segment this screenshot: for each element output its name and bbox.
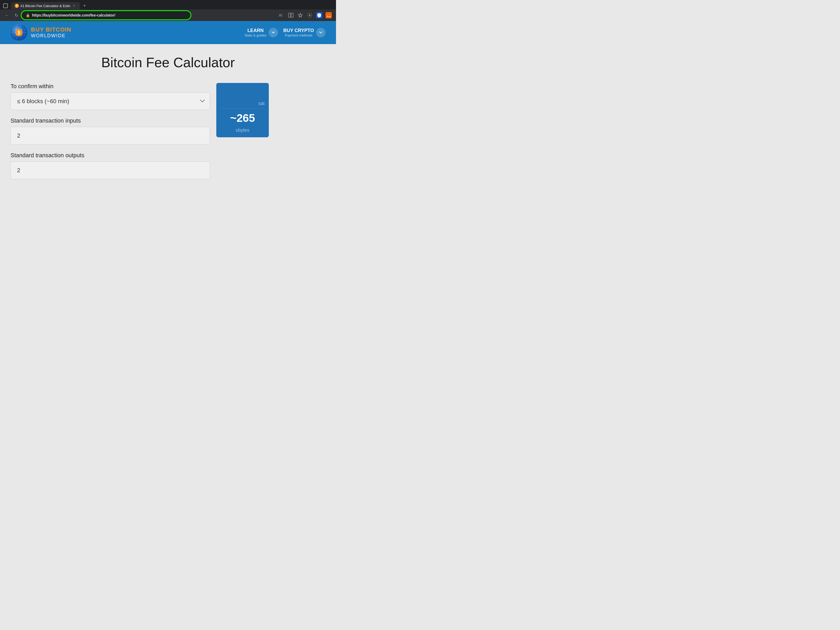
- result-panel-top: [216, 83, 269, 96]
- logo-worldwide: WORLDWIDE: [31, 33, 71, 39]
- logo-globe: ₿: [11, 24, 27, 41]
- address-bar-row: ← ↻ 🔒 https://buybitcoinworldwide.com/fe…: [0, 9, 336, 21]
- immersive-reader-button[interactable]: [287, 11, 295, 19]
- logo-area[interactable]: ₿ BUY BITCOIN WORLDWIDE: [11, 24, 71, 41]
- page-title: Bitcoin Fee Calculator: [11, 55, 325, 70]
- tab-close-button[interactable]: ×: [72, 4, 76, 8]
- tab-favicon: ₿: [15, 4, 19, 8]
- confirm-within-group: To confirm within ≤ 6 blocks (~60 min) ≤…: [11, 83, 210, 110]
- url-text: https://buybitcoinworldwide.com/fee-calc…: [32, 13, 115, 17]
- read-aloud-button[interactable]: A⃣: [277, 11, 286, 19]
- profile-button[interactable]: [315, 11, 324, 19]
- nav-right: LEARN Stats & guides BUY CRYPTO Payment …: [245, 28, 325, 37]
- logo-text: BUY BITCOIN WORLDWIDE: [31, 27, 71, 38]
- learn-chevron[interactable]: [268, 28, 278, 37]
- inputs-label: Standard transaction inputs: [11, 117, 210, 124]
- svg-text:₿: ₿: [18, 30, 20, 35]
- tab-title: #1 Bitcoin Fee Calculator & Estin: [21, 4, 70, 8]
- outputs-field[interactable]: [11, 161, 210, 179]
- svg-rect-1: [289, 13, 291, 17]
- logo-buy-bitcoin: BUY BITCOIN: [31, 27, 71, 33]
- nav-learn-sub: Stats & guides: [245, 33, 267, 37]
- svg-point-3: [309, 15, 311, 16]
- calculator-form: To confirm within ≤ 6 blocks (~60 min) ≤…: [11, 83, 210, 186]
- toolbar-icons: A⃣: [277, 11, 333, 19]
- browser-chrome: ₿ #1 Bitcoin Fee Calculator & Estin × + …: [0, 0, 336, 21]
- window-control: [3, 3, 8, 8]
- favorites-button[interactable]: [296, 11, 305, 19]
- tab-bar: ₿ #1 Bitcoin Fee Calculator & Estin × +: [0, 2, 336, 9]
- nav-buy-crypto-sub: Payment methods: [283, 33, 314, 37]
- svg-text:A⃣: A⃣: [279, 13, 283, 17]
- calculator-layout: To confirm within ≤ 6 blocks (~60 min) ≤…: [11, 83, 325, 186]
- confirm-within-select-wrapper: ≤ 6 blocks (~60 min) ≤ 3 blocks (~30 min…: [11, 92, 210, 110]
- nav-learn-main: LEARN: [245, 28, 267, 33]
- url-domain: buybitcoinworldwide.com: [44, 13, 90, 17]
- new-tab-button[interactable]: +: [81, 2, 88, 9]
- lock-icon: 🔒: [26, 13, 30, 17]
- site-navigation: ₿ BUY BITCOIN WORLDWIDE LEARN Stats & gu…: [0, 21, 336, 44]
- vbytes-unit: vbytes: [216, 128, 269, 137]
- outputs-group: Standard transaction outputs: [11, 152, 210, 179]
- nav-buy-crypto[interactable]: BUY CRYPTO Payment methods: [283, 28, 325, 37]
- svg-rect-2: [291, 13, 293, 17]
- fox-extension-button[interactable]: 🦊: [324, 11, 333, 19]
- url-scheme: https://: [32, 13, 44, 17]
- nav-buy-crypto-main: BUY CRYPTO: [283, 28, 314, 33]
- url-path: /fee-calculator/: [90, 13, 115, 17]
- inputs-group: Standard transaction inputs: [11, 117, 210, 145]
- sats-label: sat: [216, 96, 269, 108]
- active-tab[interactable]: ₿ #1 Bitcoin Fee Calculator & Estin ×: [11, 2, 80, 9]
- reload-button[interactable]: ↻: [13, 11, 20, 19]
- nav-buy-crypto-text: BUY CRYPTO Payment methods: [283, 28, 314, 37]
- buy-crypto-chevron[interactable]: [316, 28, 325, 37]
- extensions-button[interactable]: [306, 11, 314, 19]
- outputs-label: Standard transaction outputs: [11, 152, 210, 159]
- vbytes-value: ~265: [216, 109, 269, 128]
- main-content: Bitcoin Fee Calculator To confirm within…: [0, 44, 336, 228]
- confirm-within-label: To confirm within: [11, 83, 210, 90]
- nav-learn-text: LEARN Stats & guides: [245, 28, 267, 37]
- result-panel: sat ~265 vbytes: [216, 83, 269, 137]
- address-bar[interactable]: 🔒 https://buybitcoinworldwide.com/fee-ca…: [22, 11, 190, 19]
- back-button[interactable]: ←: [3, 11, 11, 19]
- nav-learn[interactable]: LEARN Stats & guides: [245, 28, 278, 37]
- inputs-field[interactable]: [11, 127, 210, 145]
- confirm-within-select[interactable]: ≤ 6 blocks (~60 min) ≤ 3 blocks (~30 min…: [11, 92, 210, 110]
